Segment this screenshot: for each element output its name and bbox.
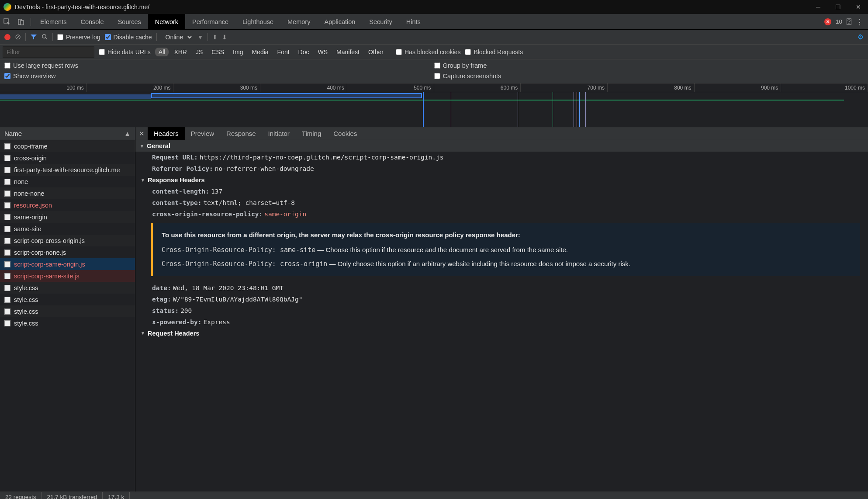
large-rows-checkbox[interactable]: Use large request rows	[4, 62, 434, 69]
inspect-element-icon[interactable]	[0, 18, 14, 25]
more-menu-icon[interactable]: ⋮	[856, 17, 864, 27]
minimize-button[interactable]: ─	[813, 2, 824, 12]
search-icon[interactable]	[41, 34, 48, 40]
close-detail-icon[interactable]: ✕	[135, 130, 148, 138]
sort-arrow-icon: ▲	[124, 130, 131, 137]
request-row[interactable]: same-origin	[0, 211, 135, 223]
type-filter-js[interactable]: JS	[192, 48, 206, 56]
type-filter-img[interactable]: Img	[229, 48, 246, 56]
type-filter-other[interactable]: Other	[365, 48, 387, 56]
group-by-frame-checkbox[interactable]: Group by frame	[434, 62, 864, 69]
filter-icon[interactable]	[30, 34, 37, 41]
tab-hints[interactable]: Hints	[399, 14, 428, 29]
type-filter-all[interactable]: All	[155, 48, 169, 56]
request-row[interactable]: coop-iframe	[0, 140, 135, 152]
tab-performance[interactable]: Performance	[185, 14, 235, 29]
filter-input[interactable]	[3, 46, 94, 58]
request-row[interactable]: style.css	[0, 305, 135, 317]
network-main: Name▲ coop-iframecross-originfirst-party…	[0, 127, 868, 492]
request-row[interactable]: none-none	[0, 187, 135, 199]
detail-tab-response[interactable]: Response	[220, 127, 262, 140]
timeline-selection-left[interactable]	[0, 94, 151, 99]
hide-data-urls-checkbox[interactable]: Hide data URLs	[99, 49, 151, 55]
request-row[interactable]: style.css	[0, 317, 135, 329]
request-row[interactable]: script-corp-cross-origin.js	[0, 235, 135, 246]
tab-console[interactable]: Console	[73, 14, 111, 29]
filter-bar: Hide data URLs AllXHRJSCSSImgMediaFontDo…	[0, 45, 868, 59]
upload-har-icon[interactable]: ⬆	[212, 34, 218, 41]
request-row[interactable]: script-corp-same-origin.js	[0, 258, 135, 270]
request-row[interactable]: same-site	[0, 223, 135, 235]
request-name: style.css	[14, 320, 38, 327]
type-filter-css[interactable]: CSS	[208, 48, 228, 56]
request-row[interactable]: first-party-test-with-resource.glitch.me	[0, 164, 135, 176]
timeline-tick: 200 ms	[87, 83, 174, 92]
show-overview-checkbox[interactable]: Show overview	[4, 73, 434, 80]
request-row[interactable]: resource.json	[0, 199, 135, 211]
type-filter-doc[interactable]: Doc	[295, 48, 313, 56]
request-row[interactable]: script-corp-none.js	[0, 246, 135, 258]
request-name: script-corp-none.js	[14, 249, 66, 256]
network-options: Use large request rows Group by frame Sh…	[0, 59, 868, 83]
timeline-event	[574, 92, 574, 127]
file-icon	[4, 273, 10, 279]
request-name: script-corp-same-origin.js	[14, 261, 85, 268]
maximize-button[interactable]: ☐	[832, 2, 844, 12]
panel-tabbar: ElementsConsoleSourcesNetworkPerformance…	[0, 14, 868, 30]
type-filter-font[interactable]: Font	[274, 48, 293, 56]
tab-application[interactable]: Application	[317, 14, 362, 29]
capture-screenshots-checkbox[interactable]: Capture screenshots	[434, 73, 864, 80]
detail-tab-headers[interactable]: Headers	[148, 127, 185, 140]
detail-tab-initiator[interactable]: Initiator	[262, 127, 296, 140]
detail-tabbar: ✕ HeadersPreviewResponseInitiatorTimingC…	[135, 127, 868, 140]
has-blocked-cookies-checkbox[interactable]: Has blocked cookies	[396, 49, 460, 55]
type-filter-xhr[interactable]: XHR	[170, 48, 190, 56]
preserve-log-checkbox[interactable]: Preserve log	[57, 34, 100, 41]
blocked-requests-checkbox[interactable]: Blocked Requests	[465, 49, 523, 55]
detail-tab-preview[interactable]: Preview	[185, 127, 220, 140]
file-icon	[4, 167, 10, 173]
type-filter-ws[interactable]: WS	[315, 48, 332, 56]
tab-sources[interactable]: Sources	[111, 14, 148, 29]
timeline-event	[518, 92, 518, 127]
settings-gear-icon[interactable]: ⚙	[858, 33, 864, 41]
type-filter-manifest[interactable]: Manifest	[333, 48, 363, 56]
account-icon[interactable]: ⍰	[847, 17, 851, 26]
error-count[interactable]: 10	[836, 18, 842, 25]
tab-network[interactable]: Network	[148, 14, 185, 29]
file-icon	[4, 226, 10, 232]
download-har-icon[interactable]: ⬇	[222, 34, 227, 41]
request-row[interactable]: style.css	[0, 294, 135, 305]
tab-lighthouse[interactable]: Lighthouse	[235, 14, 280, 29]
disable-cache-checkbox[interactable]: Disable cache	[105, 34, 152, 41]
close-button[interactable]: ✕	[852, 2, 865, 12]
record-button[interactable]	[4, 34, 10, 40]
request-row[interactable]: cross-origin	[0, 152, 135, 164]
request-row[interactable]: none	[0, 176, 135, 187]
response-headers-section-header[interactable]: ▼Response Headers	[135, 174, 868, 186]
name-column-header[interactable]: Name▲	[0, 127, 135, 140]
timeline-load-line	[0, 100, 844, 100]
detail-tab-timing[interactable]: Timing	[296, 127, 327, 140]
devtools-logo-icon	[3, 3, 11, 11]
device-toolbar-icon[interactable]	[14, 18, 28, 25]
timeline-overview[interactable]: 100 ms200 ms300 ms400 ms500 ms600 ms700 …	[0, 83, 868, 127]
tab-elements[interactable]: Elements	[33, 14, 73, 29]
tab-memory[interactable]: Memory	[280, 14, 317, 29]
clear-icon[interactable]: ⊘	[15, 32, 21, 42]
request-name: style.css	[14, 308, 38, 315]
timeline-selection[interactable]	[151, 93, 422, 98]
detail-tab-cookies[interactable]: Cookies	[327, 127, 363, 140]
request-headers-section-header[interactable]: ▼Request Headers	[135, 328, 868, 339]
timeline-tick: 900 ms	[695, 83, 782, 92]
file-icon	[4, 297, 10, 303]
throttling-select[interactable]: Online	[161, 32, 193, 42]
request-row[interactable]: script-corp-same-site.js	[0, 270, 135, 282]
window-title: DevTools - first-party-test-with-resourc…	[15, 3, 149, 10]
timeline-tick: 100 ms	[0, 83, 87, 92]
type-filter-media[interactable]: Media	[248, 48, 272, 56]
general-section-header[interactable]: ▼General	[135, 140, 868, 152]
tab-security[interactable]: Security	[362, 14, 399, 29]
request-row[interactable]: style.css	[0, 282, 135, 294]
error-badge-icon[interactable]: ✕	[824, 18, 831, 25]
